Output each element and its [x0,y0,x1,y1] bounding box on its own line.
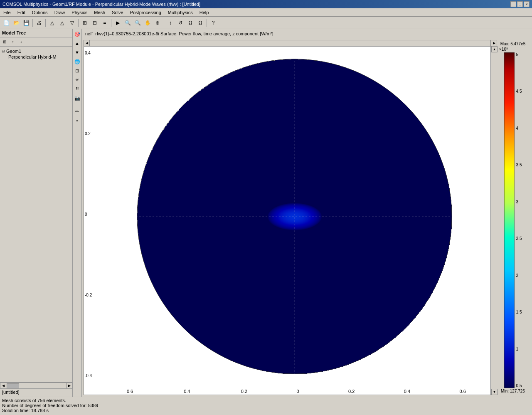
status-line-1: Mesh consists of 756 elements. [2,398,530,403]
colorbar-tick-labels: 5 4.5 4 3.5 3 2.5 2 1.5 1 0.5 [515,52,522,388]
x-axis: -0.6 -0.4 -0.2 0 0.2 0.4 0.6 [101,389,490,394]
cb-tick-3: 3 [516,200,522,204]
tree-item-hybrid[interactable]: Perpendicular Hybrid-M [2,54,71,60]
maximize-button[interactable]: □ [517,1,523,7]
top-hscroll-track[interactable] [90,40,491,46]
menu-edit[interactable]: Edit [16,10,27,15]
hscroll-left[interactable]: ◀ [0,383,6,389]
toolbar-equals[interactable]: = [100,18,109,27]
menu-help[interactable]: Help [198,10,211,15]
tree-content: ⊟ Geom1 Perpendicular Hybrid-M [0,47,72,382]
y-label-02: 0.2 [85,131,92,136]
tree-btn-1[interactable]: ⊞ [1,38,8,46]
icon-star[interactable]: ✳ [73,76,81,84]
toolbar-pan[interactable]: ✋ [143,18,152,27]
toolbar-fit[interactable]: ⊕ [153,18,162,27]
toolbar-help[interactable]: ? [209,18,218,27]
plot-canvas-wrapper: 0.4 0.2 0 -0.2 -0.4 -0.6 -0.4 -0.2 0 0.2… [84,46,491,395]
icon-up-arrow[interactable]: ▲ [73,39,81,47]
toolbar-sep-4 [111,19,111,27]
hscroll-track[interactable] [6,383,66,389]
toolbar: 📄 📂 💾 🖨 △ △ ▽ ⊞ ⊟ = ▶ 🔍 🔍 ✋ ⊕ ↕ ↺ Ω Ω ? [0,17,532,29]
menu-physics[interactable]: Physics [70,10,89,15]
top-hscroll-right[interactable]: ▶ [491,40,497,46]
tree-btn-2[interactable]: ↑ [9,38,17,46]
menu-options[interactable]: Options [30,10,49,15]
toolbar-axis[interactable]: ↕ [166,18,175,27]
menu-multiphysics[interactable]: Multiphysics [166,10,195,15]
plot-header: neff_rfwv(1)=0.930755-2.208001e-6i Surfa… [82,29,532,38]
hscroll-thumb[interactable] [7,383,19,389]
y-label-0: 0 [85,212,92,217]
toolbar-triangle1[interactable]: △ [47,18,57,27]
cb-tick-2: 2 [516,273,522,278]
hscroll-right[interactable]: ▶ [66,383,72,389]
x-label-3: -0.2 [239,389,247,394]
toolbar-open[interactable]: 📂 [12,18,21,27]
toolbar-zoom2[interactable]: 🔍 [133,18,142,27]
menu-file[interactable]: File [2,10,12,15]
cb-tick-15: 1.5 [516,310,522,314]
menu-mesh[interactable]: Mesh [92,10,107,15]
toolbar-triangle3[interactable]: ▽ [67,18,76,27]
main-layout: Model Tree ⊞ ↑ ↓ ⊟ Geom1 Perpendicular H… [0,29,532,397]
colorbar-content: 5 4.5 4 3.5 3 2.5 2 1.5 1 0.5 [504,52,522,388]
icon-grid[interactable]: ⊞ [73,67,81,75]
menu-solve[interactable]: Solve [110,10,125,15]
cb-tick-25: 2.5 [516,236,522,241]
cb-tick-1: 1 [516,347,522,351]
icon-target[interactable]: 🎯 [73,30,81,38]
x-label-5: 0.2 [348,389,355,394]
tree-btn-3[interactable]: ↓ [17,38,25,46]
menu-postprocessing[interactable]: Postprocessing [128,10,163,15]
icon-dots[interactable]: ⠿ [73,85,81,93]
icon-pencil[interactable]: ✏ [73,107,81,116]
cb-tick-5: 5 [516,52,522,57]
title-bar-buttons[interactable]: _ □ × [510,1,530,7]
toolbar-rotate[interactable]: ↺ [176,18,185,27]
close-button[interactable]: × [524,1,530,7]
status-line-2: Number of degrees of freedom solved for:… [2,403,530,408]
toolbar-zoom[interactable]: 🔍 [123,18,132,27]
colorbar-max-label: Max: 5.477e5 [500,42,526,46]
menu-draw[interactable]: Draw [53,10,67,15]
toolbar-sep-5 [164,19,164,27]
minimize-button[interactable]: _ [510,1,516,7]
tree-item-hybrid-label: Perpendicular Hybrid-M [8,54,57,59]
app-title: COMSOL Multiphysics - Geom1/RF Module - … [2,2,200,7]
y-axis: 0.4 0.2 0 -0.2 -0.4 [85,47,92,382]
toolbar-triangle2[interactable]: △ [57,18,66,27]
toolbar-new[interactable]: 📄 [2,18,11,27]
vscroll-down[interactable]: ▼ [491,389,498,395]
colorbar-canvas [504,52,515,388]
icon-down-arrow[interactable]: ▼ [73,48,81,57]
visualization-canvas[interactable] [84,47,490,395]
toolbar-omega2[interactable]: Ω [196,18,205,27]
toolbar-save[interactable]: 💾 [22,18,31,27]
menu-bar: File Edit Options Draw Physics Mesh Solv… [0,8,532,17]
cb-tick-05: 0.5 [516,383,522,388]
x-label-7: 0.6 [459,389,466,394]
tree-hscroll: ◀ ▶ [0,383,72,389]
icon-dot[interactable]: • [73,116,81,125]
tree-item-geom1[interactable]: ⊟ Geom1 [2,48,71,54]
icon-camera[interactable]: 📷 [73,94,81,102]
y-label-04: 0.4 [85,51,92,55]
top-hscroll-left[interactable]: ◀ [84,40,90,46]
toolbar-mesh1[interactable]: ⊞ [80,18,89,27]
toolbar-omega[interactable]: Ω [186,18,195,27]
x-label-6: 0.4 [404,389,410,394]
toolbar-print[interactable]: 🖨 [34,18,44,27]
toolbar-sep-2 [45,19,46,27]
cb-tick-4: 4 [516,126,522,131]
expand-icon: ⊟ [2,49,5,53]
icon-globe[interactable]: 🌐 [73,57,81,66]
toolbar-play[interactable]: ▶ [113,18,122,27]
status-area: Mesh consists of 756 elements. Number of… [0,397,532,415]
vscroll-up[interactable]: ▲ [491,46,498,52]
x-label-2: -0.4 [182,389,190,394]
status-line-3: Solution time: 18.788 s [2,408,530,413]
vscroll-track[interactable] [491,52,497,389]
toolbar-mesh2[interactable]: ⊟ [90,18,99,27]
canvas-scroll-right: ▲ ▼ [491,46,497,395]
